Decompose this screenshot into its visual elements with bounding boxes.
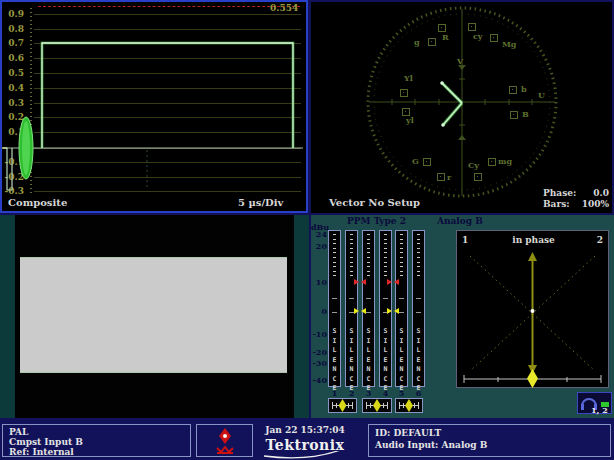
phase-pair-indicator-56 (395, 398, 423, 413)
meter-dash (399, 312, 404, 313)
vector-target-box (488, 158, 496, 166)
vector-label-G: G (412, 157, 419, 165)
audio-scale-label: -40 (311, 376, 327, 385)
meter-dash (416, 298, 421, 299)
wfm-monitor-screen: 0.9 0.8 0.7 0.6 0.5 0.4 0.3 0.2 0.1 -0.1… (0, 0, 614, 460)
vector-label-Yl: Yl (404, 74, 413, 82)
channel-number: 4 (379, 388, 392, 398)
picture-tile[interactable] (0, 215, 309, 418)
meter-dash (416, 312, 421, 313)
vectorscope-tile[interactable]: V U g R cy Mg Yl yl b B G r Cy mg Vector… (311, 2, 612, 213)
meter-ticks (384, 234, 387, 276)
red-ref-marker (354, 279, 359, 285)
preset-id: ID: DEFAULT (375, 428, 441, 438)
audio-meter-bar-1: SILENCE (328, 230, 341, 387)
vector-label-yl: yl (406, 116, 414, 124)
lissajous-phase-display: 1 2 in phase (456, 230, 609, 388)
meter-dash (399, 298, 404, 299)
red-ref-marker (361, 279, 366, 285)
headphone-monitor-box[interactable]: 1, 2 (577, 392, 612, 414)
phase-value: 0.0 (575, 188, 609, 198)
vector-target-box (428, 38, 436, 46)
alert-status-box (196, 424, 253, 457)
phase-plot (457, 231, 608, 387)
meter-type-label: PPM Type 2 (347, 216, 406, 226)
meter-ticks (400, 234, 403, 276)
audio-input-label: Analog B (437, 216, 483, 226)
bars-label: Bars: (543, 199, 570, 209)
bars-value: 100% (575, 199, 609, 209)
vector-target-box (490, 34, 498, 42)
video-standard: PAL (9, 427, 28, 437)
input-status-box: PAL Cmpst Input B Ref: Internal (2, 424, 191, 457)
silence-indicator: SILENCE (331, 327, 339, 394)
meter-ticks (333, 234, 336, 276)
meter-ticks (367, 234, 370, 276)
vector-label-g: g (414, 38, 420, 46)
vector-label-Mg: Mg (502, 40, 516, 48)
vector-status-label: Vector No Setup (329, 197, 420, 208)
video-field (20, 257, 287, 373)
audio-scale-label: 24 (311, 230, 327, 239)
vector-label-R: R (442, 33, 449, 41)
meter-dash (332, 312, 337, 313)
audio-scale-label: -10 (311, 330, 327, 339)
meter-dash (366, 298, 371, 299)
vector-target-box (438, 24, 446, 32)
headphone-channels-label: 1, 2 (591, 405, 608, 415)
silence-indicator: SILENCE (415, 327, 423, 394)
vector-target-box (510, 111, 518, 119)
red-ref-marker (387, 279, 392, 285)
reference-source: Ref: Internal (9, 447, 74, 457)
silence-indicator: SILENCE (348, 327, 356, 394)
vector-target-box (400, 89, 408, 97)
waveform-trace (0, 0, 308, 213)
video-input: Cmpst Input B (9, 437, 83, 447)
vector-label-cy: cy (473, 32, 483, 40)
vector-label-Cy: Cy (468, 161, 479, 169)
red-ref-marker (394, 279, 399, 285)
meter-dash (383, 298, 388, 299)
phase-label: Phase: (543, 188, 576, 198)
vector-target-box (468, 23, 476, 31)
meter-ticks (417, 234, 420, 276)
channel-number: 6 (412, 388, 425, 398)
silence-indicator: SILENCE (382, 327, 390, 394)
audio-tile[interactable]: PPM Type 2 Analog B dBu 24 20 10 0 -10 -… (311, 215, 614, 418)
audio-scale-label: -20 (311, 348, 327, 357)
channel-number: 5 (395, 388, 408, 398)
silence-indicator: SILENCE (398, 327, 406, 394)
datetime-readout: Jan 22 15:37:04 (250, 425, 360, 435)
vector-label-r: r (447, 173, 451, 181)
phase-diamond (373, 399, 381, 412)
audio-scale-label: 0 (311, 307, 327, 316)
audio-scale-label: 20 (311, 242, 327, 251)
meter-dash (332, 298, 337, 299)
vector-graticule (311, 2, 612, 213)
yellow-ref-marker (394, 308, 399, 314)
v-axis-label: V (457, 57, 463, 65)
channel-number: 3 (362, 388, 375, 398)
brand-logo-swoosh (250, 451, 360, 459)
meter-dash (349, 298, 354, 299)
audio-scale-label: 10 (311, 278, 327, 287)
vector-target-box (509, 86, 517, 94)
yellow-ref-marker (361, 308, 366, 314)
silence-indicator: SILENCE (365, 327, 373, 394)
vector-target-box (437, 173, 445, 181)
waveform-tile[interactable]: 0.9 0.8 0.7 0.6 0.5 0.4 0.3 0.2 0.1 -0.1… (0, 0, 308, 213)
phase-diamond (405, 399, 413, 412)
vector-target-box (474, 173, 482, 181)
meter-dash (366, 312, 371, 313)
wfm-sweep-label: 5 µs/Div (238, 197, 283, 208)
preset-status-box: ID: DEFAULT Audio Input: Analog B (368, 424, 611, 457)
channel-number: 2 (345, 388, 358, 398)
yellow-ref-marker (387, 308, 392, 314)
channel-number: 1 (328, 388, 341, 398)
status-bar: PAL Cmpst Input B Ref: Internal Jan 22 1… (0, 420, 614, 460)
wfm-mode-label: Composite (8, 197, 67, 208)
audio-input-status: Audio Input: Analog B (375, 440, 487, 450)
vector-label-B: B (522, 110, 529, 118)
yellow-ref-marker (354, 308, 359, 314)
vector-target-box (402, 108, 410, 116)
